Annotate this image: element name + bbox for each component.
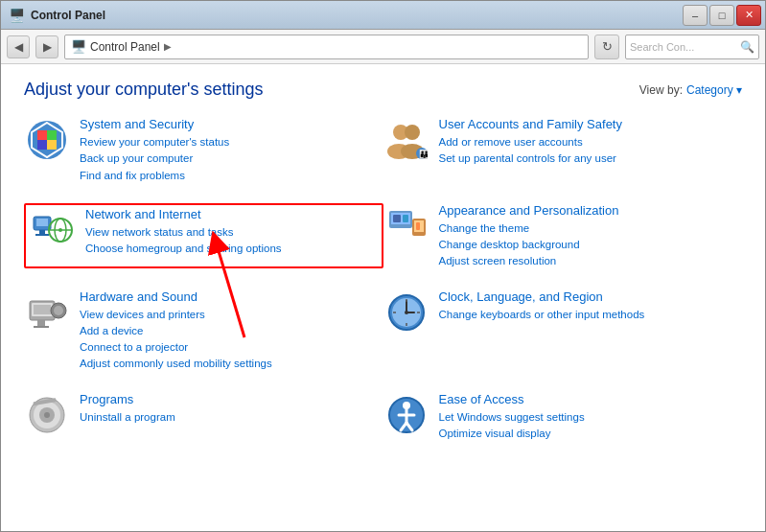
address-field[interactable]: 🖥️ Control Panel ▶ [64, 35, 589, 59]
clock-language-title[interactable]: Clock, Language, and Region [439, 289, 645, 304]
svg-rect-14 [39, 230, 45, 234]
hardware-sound-text: Hardware and Sound View devices and prin… [80, 289, 272, 373]
search-placeholder: Search Con... [630, 41, 738, 53]
svg-point-46 [44, 412, 50, 418]
panel-hardware-sound: Hardware and Sound View devices and prin… [24, 289, 383, 373]
hardware-sound-title[interactable]: Hardware and Sound [80, 289, 272, 304]
programs-link-1[interactable]: Uninstall a program [80, 409, 175, 426]
svg-rect-23 [403, 215, 408, 222]
clock-language-text: Clock, Language, and Region Change keybo… [439, 289, 645, 323]
hardware-sound-icon [24, 289, 70, 335]
svg-rect-13 [36, 219, 48, 226]
svg-rect-32 [37, 320, 45, 326]
clock-language-link-1[interactable]: Change keyboards or other input methods [439, 307, 645, 323]
network-internet-link-1[interactable]: View network status and tasks [85, 224, 282, 241]
user-accounts-title[interactable]: User Accounts and Family Safety [439, 117, 622, 131]
programs-text: Programs Uninstall a program [80, 392, 175, 426]
appearance-title[interactable]: Appearance and Personalization [439, 203, 619, 218]
appearance-link-2[interactable]: Change desktop background [439, 237, 619, 253]
user-accounts-text: User Accounts and Family Safety Add or r… [439, 117, 622, 168]
ease-access-icon [383, 392, 429, 438]
hardware-sound-link-3[interactable]: Connect to a projector [80, 339, 272, 356]
panel-network-internet: Network and Internet View network status… [24, 203, 383, 268]
ease-access-text: Ease of Access Let Windows suggest setti… [439, 392, 585, 443]
appearance-icon [383, 203, 429, 249]
panels-grid: System and Security Review your computer… [24, 117, 742, 461]
svg-rect-29 [34, 305, 51, 314]
system-security-text: System and Security Review your computer… [80, 117, 229, 184]
svg-point-19 [58, 228, 62, 232]
svg-rect-22 [393, 215, 401, 222]
programs-icon [24, 392, 70, 438]
svg-rect-4 [37, 140, 47, 150]
address-icon: 🖥️ [71, 39, 86, 54]
address-arrow: ▶ [164, 41, 172, 52]
title-bar: 🖥️ Control Panel – □ ✕ [1, 1, 765, 30]
panel-user-accounts: 👪 User Accounts and Family Safety Add or… [383, 117, 743, 184]
appearance-link-1[interactable]: Change the theme [439, 220, 619, 237]
search-icon: 🔍 [740, 40, 754, 54]
hardware-sound-link-2[interactable]: Add a device [80, 323, 272, 339]
svg-point-31 [54, 306, 63, 315]
appearance-link-3[interactable]: Adjust screen resolution [439, 253, 619, 269]
user-accounts-icon: 👪 [383, 117, 429, 163]
search-box[interactable]: Search Con... 🔍 [625, 35, 759, 59]
svg-rect-5 [47, 140, 57, 150]
system-security-icon [24, 117, 70, 163]
panel-ease-access: Ease of Access Let Windows suggest setti… [383, 392, 743, 443]
svg-rect-15 [35, 234, 49, 236]
close-button[interactable]: ✕ [736, 5, 761, 26]
address-text: Control Panel [90, 40, 160, 54]
panel-appearance: Appearance and Personalization Change th… [383, 203, 743, 270]
address-bar: ◀ ▶ 🖥️ Control Panel ▶ ↻ Search Con... 🔍 [1, 30, 765, 64]
content-header: Adjust your computer's settings View by:… [24, 80, 742, 100]
forward-button[interactable]: ▶ [35, 35, 58, 58]
system-security-link-1[interactable]: Review your computer's status [80, 134, 229, 150]
clock-language-icon [383, 289, 429, 335]
view-by-container: View by: Category ▾ [639, 83, 742, 97]
user-accounts-link-1[interactable]: Add or remove user accounts [439, 134, 622, 150]
view-by-label: View by: [639, 83, 683, 97]
hardware-sound-link-4[interactable]: Adjust commonly used mobility settings [80, 356, 272, 372]
window-icon: 🖥️ [9, 8, 25, 23]
svg-rect-33 [34, 326, 49, 328]
network-internet-title[interactable]: Network and Internet [85, 207, 282, 221]
title-bar-left: 🖥️ Control Panel [9, 8, 105, 23]
system-security-link-3[interactable]: Find and fix problems [80, 168, 229, 184]
refresh-button[interactable]: ↻ [594, 35, 619, 59]
panel-system-security: System and Security Review your computer… [24, 117, 383, 184]
svg-rect-26 [416, 222, 420, 230]
title-bar-controls: – □ ✕ [683, 5, 761, 26]
user-accounts-link-2[interactable]: Set up parental controls for any user [439, 150, 622, 167]
svg-point-7 [405, 125, 420, 140]
ease-access-link-1[interactable]: Let Windows suggest settings [439, 409, 585, 426]
content-area: Adjust your computer's settings View by:… [1, 64, 765, 531]
appearance-text: Appearance and Personalization Change th… [439, 203, 619, 270]
ease-access-title[interactable]: Ease of Access [439, 392, 585, 406]
system-security-link-2[interactable]: Back up your computer [80, 150, 229, 167]
svg-text:👪: 👪 [419, 149, 428, 160]
network-internet-link-2[interactable]: Choose homegroup and sharing options [85, 241, 282, 257]
minimize-button[interactable]: – [683, 5, 708, 26]
hardware-sound-link-1[interactable]: View devices and printers [80, 307, 272, 323]
ease-access-link-2[interactable]: Optimize visual display [439, 426, 585, 442]
maximize-button[interactable]: □ [709, 5, 734, 26]
programs-title[interactable]: Programs [80, 392, 175, 406]
svg-rect-2 [37, 130, 47, 140]
panel-programs: Programs Uninstall a program [24, 392, 383, 443]
view-by-option[interactable]: Category ▾ [686, 83, 742, 97]
page-title: Adjust your computer's settings [24, 80, 264, 100]
system-security-title[interactable]: System and Security [80, 117, 229, 131]
back-button[interactable]: ◀ [7, 35, 30, 58]
svg-rect-3 [47, 130, 57, 140]
network-internet-icon [30, 207, 76, 253]
title-bar-title: Control Panel [31, 9, 105, 22]
network-internet-text: Network and Internet View network status… [85, 207, 282, 258]
main-window: 🖥️ Control Panel – □ ✕ ◀ ▶ 🖥️ Control Pa… [0, 0, 766, 532]
panel-clock-language: Clock, Language, and Region Change keybo… [383, 289, 743, 373]
